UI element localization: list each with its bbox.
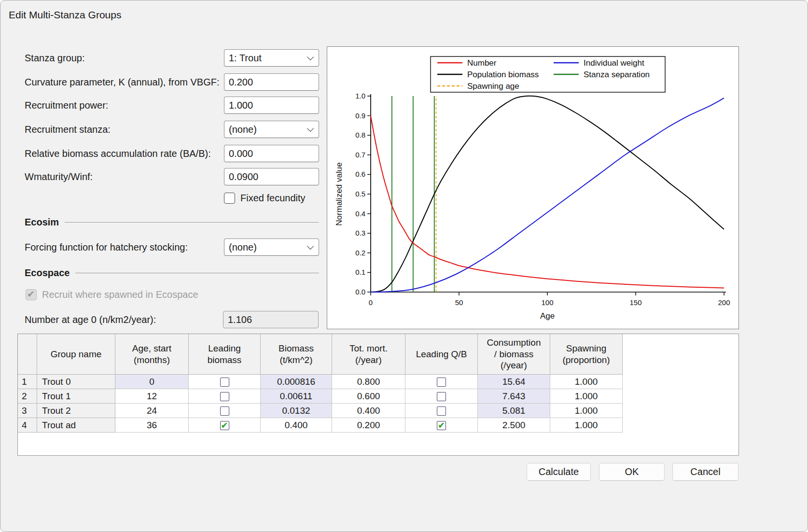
svg-text:50: 50	[455, 298, 463, 307]
cell-leading_biomass-row2[interactable]	[189, 389, 261, 404]
col-header-mort: Tot. mort. (/year)	[332, 334, 405, 375]
svg-text:0.1: 0.1	[355, 268, 365, 276]
ok-button[interactable]: OK	[599, 463, 665, 481]
stanza-group-value: 1: Trout	[229, 53, 262, 64]
edit-multi-stanza-groups-dialog: Edit Multi-Stanza Groups Stanza group: 1…	[0, 0, 808, 532]
cell-biomass-row3: 0.0132	[261, 404, 332, 418]
cell-leading_biomass-row3[interactable]	[189, 404, 261, 418]
leading_qb-checkbox-row2[interactable]	[437, 392, 446, 401]
stanza-grid: Group nameAge, start (months)Leading bio…	[17, 334, 739, 456]
cell-name-row3: Trout 2	[37, 404, 115, 418]
cell-biomass-row2: 0.00611	[261, 389, 332, 404]
stanza-group-label: Stanza group:	[25, 49, 85, 67]
svg-text:0.2: 0.2	[355, 249, 365, 257]
cell-consumption-row1: 15.64	[478, 375, 550, 389]
col-header-leading_qb: Leading Q/B	[405, 334, 478, 375]
recruitment-power-input[interactable]	[224, 97, 319, 114]
cell-mort-row1[interactable]: 0.800	[332, 375, 405, 389]
cell-spawning-row1[interactable]: 1.000	[550, 375, 623, 389]
rel-biomass-accum-input[interactable]	[224, 145, 319, 162]
leading_biomass-checkbox-row4[interactable]	[220, 421, 229, 430]
leading_qb-checkbox-row3[interactable]	[437, 406, 446, 416]
leading_biomass-checkbox-row3[interactable]	[220, 406, 229, 416]
table-row: 4Trout ad360.4000.2002.5001.000	[18, 418, 623, 433]
titlebar: Edit Multi-Stanza Groups	[0, 0, 808, 29]
number-at-age0-input	[223, 311, 319, 328]
cell-leading_biomass-row4[interactable]	[189, 418, 261, 433]
recruitment-power-label: Recruitment power:	[25, 97, 108, 114]
svg-text:150: 150	[629, 298, 641, 307]
table-row: 3Trout 2240.01320.4005.0811.000	[18, 404, 623, 418]
cell-mort-row3[interactable]: 0.400	[332, 404, 405, 418]
svg-text:Population biomass: Population biomass	[467, 70, 539, 79]
svg-text:1.0: 1.0	[355, 92, 365, 100]
rel-biomass-accum-label: Relative biomass accumulation rate (BA/B…	[25, 145, 211, 162]
table-row: 1Trout 000.0008160.80015.641.000	[18, 375, 623, 389]
cell-leading_biomass-row1[interactable]	[189, 375, 261, 389]
table-row: 2Trout 1120.006110.6007.6431.000	[18, 389, 623, 404]
leading_biomass-checkbox-row2[interactable]	[220, 392, 229, 401]
recruitment-stanza-label: Recruitment stanza:	[25, 121, 111, 138]
cell-age-row1: 0	[115, 375, 189, 389]
svg-text:0: 0	[369, 298, 373, 307]
cell-leading_qb-row4[interactable]	[405, 418, 478, 433]
cell-leading_qb-row2[interactable]	[405, 389, 478, 404]
leading_qb-checkbox-row1[interactable]	[437, 378, 446, 387]
stanza-plot: 0.00.10.20.30.40.50.60.70.80.91.00501001…	[327, 47, 738, 329]
svg-text:Number: Number	[467, 58, 497, 68]
svg-text:0.7: 0.7	[355, 151, 365, 159]
section-divider	[65, 222, 319, 223]
cell-mort-row4[interactable]: 0.200	[332, 418, 405, 433]
leading_qb-checkbox-row4[interactable]	[437, 421, 446, 430]
col-header-name: Group name	[37, 334, 115, 375]
cell-name-row2: Trout 1	[37, 389, 115, 404]
svg-text:Individual weight: Individual weight	[584, 58, 644, 68]
curvature-input[interactable]	[224, 73, 319, 91]
cell-rownum-row1: 1	[18, 375, 37, 389]
stanza-group-select[interactable]: 1: Trout	[224, 49, 319, 67]
chevron-down-icon	[307, 53, 314, 60]
fixed-fecundity-checkbox[interactable]	[224, 193, 235, 204]
cell-rownum-row3: 3	[18, 404, 37, 418]
recruit-where-spawned-checkbox	[26, 289, 37, 300]
cancel-button[interactable]: Cancel	[672, 463, 738, 481]
cell-rownum-row4: 4	[18, 418, 37, 433]
cell-age-row2[interactable]: 12	[115, 389, 189, 404]
leading_biomass-checkbox-row1[interactable]	[220, 378, 229, 387]
ecosim-section-title: Ecosim	[25, 217, 59, 228]
cell-age-row3[interactable]: 24	[115, 404, 189, 418]
cell-leading_qb-row3[interactable]	[405, 404, 478, 418]
svg-text:0.3: 0.3	[355, 229, 365, 237]
number-at-age0-label: Number at age 0 (n/km2/year):	[25, 311, 156, 328]
recruitment-stanza-select[interactable]: (none)	[224, 121, 319, 138]
cell-consumption-row2: 7.643	[478, 389, 550, 404]
forcing-function-label: Forcing function for hatchery stocking:	[25, 238, 188, 256]
recruitment-stanza-value: (none)	[229, 124, 257, 135]
cell-spawning-row2[interactable]: 1.000	[550, 389, 623, 404]
curvature-label: Curvature parameter, K (annual), from VB…	[25, 73, 220, 91]
cell-consumption-row4[interactable]: 2.500	[478, 418, 550, 433]
cell-name-row1: Trout 0	[37, 375, 115, 389]
cell-leading_qb-row1[interactable]	[405, 375, 478, 389]
ecospace-section-header: Ecospace	[25, 267, 319, 279]
chart-panel: 0.00.10.20.30.40.50.60.70.80.91.00501001…	[327, 46, 739, 329]
col-header-consumption: Consumption / biomass (/year)	[478, 334, 550, 375]
calculate-button[interactable]: Calculate	[527, 463, 591, 481]
svg-text:Normalized value: Normalized value	[334, 162, 344, 225]
cell-spawning-row4[interactable]: 1.000	[550, 418, 623, 433]
svg-text:Spawning age: Spawning age	[467, 82, 519, 91]
wmaturity-winf-input[interactable]	[224, 168, 319, 185]
forcing-function-value: (none)	[229, 242, 257, 253]
cell-age-row4[interactable]: 36	[115, 418, 189, 433]
forcing-function-select[interactable]: (none)	[224, 238, 319, 256]
ecosim-section-header: Ecosim	[25, 217, 319, 228]
cell-consumption-row3: 5.081	[478, 404, 550, 418]
svg-text:Stanza separation: Stanza separation	[584, 70, 650, 79]
chevron-down-icon	[307, 125, 314, 131]
cell-spawning-row3[interactable]: 1.000	[550, 404, 623, 418]
cell-name-row4: Trout ad	[37, 418, 115, 433]
cell-biomass-row1: 0.000816	[261, 375, 332, 389]
chevron-down-icon	[307, 242, 314, 249]
cell-mort-row2[interactable]: 0.600	[332, 389, 405, 404]
cell-biomass-row4[interactable]: 0.400	[261, 418, 332, 433]
